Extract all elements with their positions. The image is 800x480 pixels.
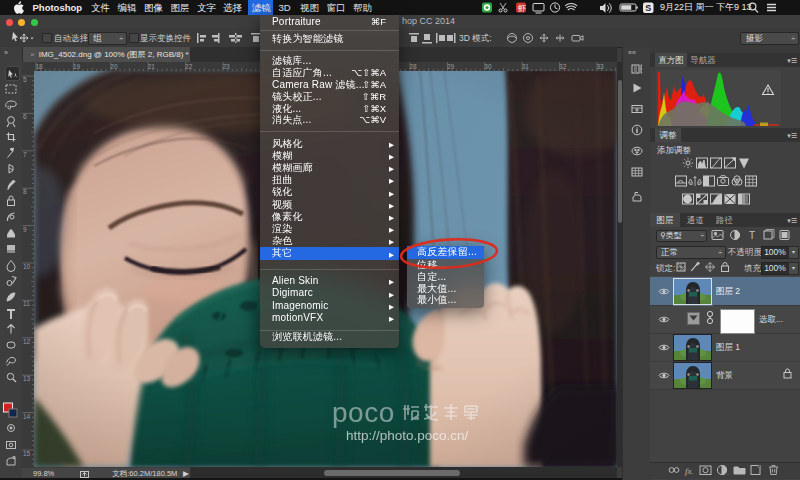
svg-text:T: T (749, 230, 755, 241)
svg-text:虾: 虾 (518, 4, 526, 13)
svg-text:.: . (727, 470, 729, 476)
svg-text:poco: poco (332, 397, 395, 428)
svg-text:S: S (645, 3, 651, 13)
svg-text:http://photo.poco.cn/: http://photo.poco.cn/ (346, 428, 469, 443)
svg-text:fx.: fx. (685, 466, 694, 476)
